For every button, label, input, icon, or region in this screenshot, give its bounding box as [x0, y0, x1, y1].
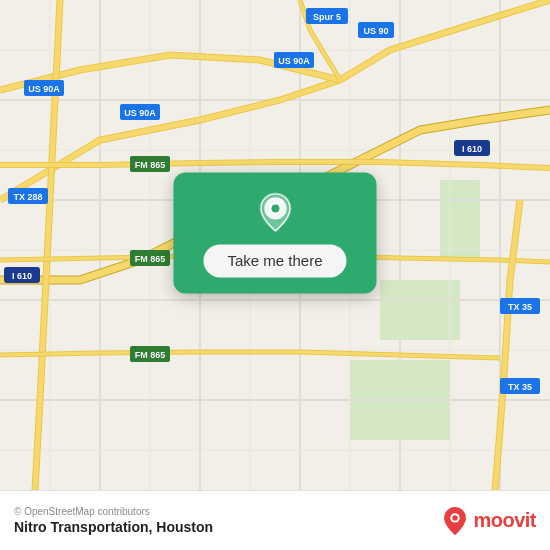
svg-text:TX 288: TX 288 — [13, 192, 42, 202]
svg-text:US 90A: US 90A — [124, 108, 156, 118]
moovit-pin-icon — [441, 507, 469, 535]
svg-text:I 610: I 610 — [462, 144, 482, 154]
svg-text:US 90A: US 90A — [278, 56, 310, 66]
map-pin — [255, 192, 295, 236]
svg-point-52 — [453, 515, 458, 520]
svg-text:FM 865: FM 865 — [135, 350, 166, 360]
map-container: Spur 5 US 90 US 90A US 90A US 90A TX 288… — [0, 0, 550, 490]
moovit-wordmark: moovit — [473, 509, 536, 532]
bottom-bar: © OpenStreetMap contributors Nitro Trans… — [0, 490, 550, 550]
location-name: Nitro Transportation, Houston — [14, 519, 213, 535]
popup-card: Take me there — [173, 172, 376, 293]
svg-text:Spur 5: Spur 5 — [313, 12, 341, 22]
moovit-logo: moovit — [441, 507, 536, 535]
attribution-text: © OpenStreetMap contributors — [14, 506, 213, 517]
svg-text:US 90: US 90 — [363, 26, 388, 36]
svg-text:TX 35: TX 35 — [508, 302, 532, 312]
bottom-left-info: © OpenStreetMap contributors Nitro Trans… — [14, 506, 213, 535]
svg-text:TX 35: TX 35 — [508, 382, 532, 392]
svg-rect-0 — [380, 280, 460, 340]
svg-text:FM 865: FM 865 — [135, 254, 166, 264]
svg-text:FM 865: FM 865 — [135, 160, 166, 170]
take-me-there-button[interactable]: Take me there — [203, 244, 346, 277]
svg-point-50 — [271, 204, 279, 212]
svg-rect-1 — [440, 180, 480, 260]
svg-text:I 610: I 610 — [12, 271, 32, 281]
svg-text:US 90A: US 90A — [28, 84, 60, 94]
